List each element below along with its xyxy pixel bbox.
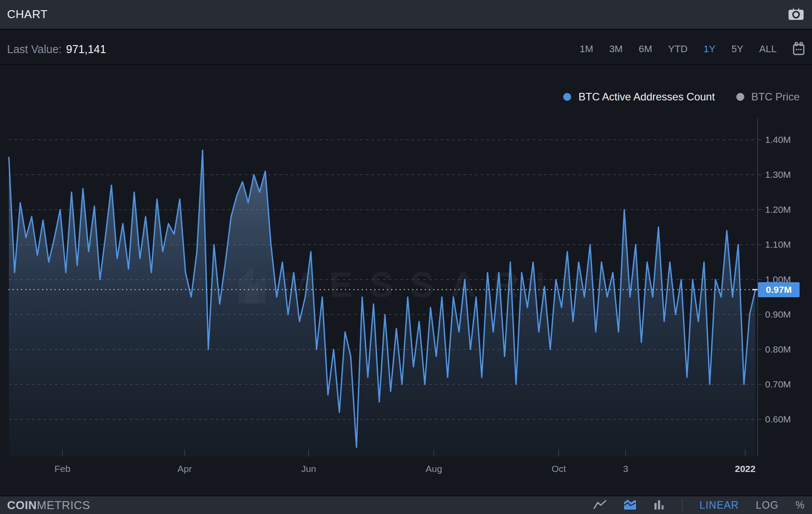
brand-coin: COIN bbox=[7, 499, 37, 512]
y-axis-label: 1.20M bbox=[765, 204, 791, 215]
y-axis-label: 0.90M bbox=[765, 309, 791, 320]
chart-canvas[interactable] bbox=[0, 0, 812, 514]
line-chart-type-button[interactable] bbox=[593, 499, 607, 512]
scale-button-percent[interactable]: % bbox=[796, 499, 805, 511]
current-value-badge: 0.97M bbox=[758, 282, 800, 297]
x-axis-label: Apr bbox=[178, 464, 192, 474]
footer-controls: LINEARLOG% bbox=[593, 499, 805, 512]
area-chart-icon bbox=[623, 499, 637, 512]
y-axis-label: 0.60M bbox=[765, 414, 791, 425]
x-axis-label: 2022 bbox=[735, 464, 756, 474]
scale-button-linear[interactable]: LINEAR bbox=[700, 499, 739, 511]
scale-button-log[interactable]: LOG bbox=[756, 499, 779, 511]
y-axis-label: 0.70M bbox=[765, 379, 791, 390]
footer-divider bbox=[682, 499, 683, 511]
x-axis-label: Jun bbox=[301, 464, 316, 474]
y-axis-label: 1.10M bbox=[765, 239, 791, 250]
y-axis-label: 1.40M bbox=[765, 134, 791, 145]
line-chart-icon bbox=[593, 499, 607, 512]
y-axis-label: 1.30M bbox=[765, 169, 791, 180]
x-axis-label: Oct bbox=[552, 464, 566, 474]
footer-bar: COINMETRICS bbox=[0, 495, 812, 514]
coinmetrics-attribution: COINMETRICS bbox=[7, 499, 90, 512]
x-axis-label: Aug bbox=[425, 464, 442, 474]
bar-chart-type-button[interactable] bbox=[653, 499, 665, 512]
area-chart-type-button[interactable] bbox=[623, 499, 637, 512]
series-area-line bbox=[9, 150, 755, 456]
y-axis-label: 0.80M bbox=[765, 344, 791, 355]
bar-chart-icon bbox=[653, 499, 665, 512]
x-axis-label: 3 bbox=[623, 464, 628, 474]
brand-metrics: METRICS bbox=[37, 499, 90, 512]
x-axis-label: Feb bbox=[54, 464, 70, 474]
